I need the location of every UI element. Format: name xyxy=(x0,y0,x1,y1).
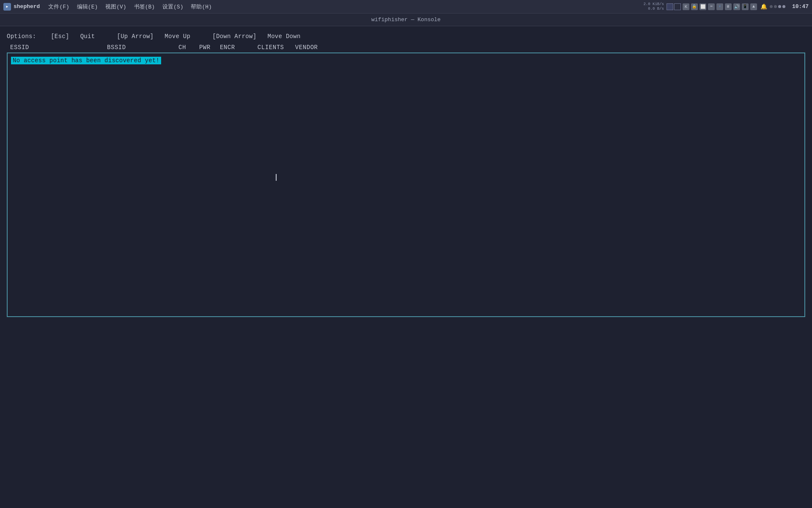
text-cursor-container xyxy=(275,174,277,181)
move-down-action: Move Down xyxy=(267,33,300,40)
window-title: wifiphisher — Konsole xyxy=(371,17,441,23)
col-essid: ESSID xyxy=(10,44,103,51)
expand-icon[interactable]: ▲ xyxy=(750,3,757,10)
col-ch: CH xyxy=(178,44,195,51)
clock: 10:47 xyxy=(792,3,809,10)
dot-3 xyxy=(778,5,781,8)
network-down: 0.0 B/s xyxy=(648,7,664,11)
terminal-panel[interactable]: No access point has been discovered yet! xyxy=(7,52,805,317)
bluetooth-icon[interactable]: ⚡ xyxy=(716,3,723,10)
app-name: shepherd xyxy=(14,3,40,10)
col-vendor: VENDOR xyxy=(295,44,337,51)
options-row: Options: [Esc] Quit [Up Arrow] Move Up [… xyxy=(7,30,805,42)
desktop-switcher[interactable] xyxy=(667,3,681,10)
up-arrow-key: [Up Arrow] xyxy=(117,33,154,40)
dot-1 xyxy=(770,5,773,8)
col-pwr: PWR xyxy=(199,44,216,51)
titlebar: wifiphisher — Konsole xyxy=(0,14,812,26)
bookmarks-menu[interactable]: 书签(B) xyxy=(131,2,158,11)
dot-4 xyxy=(782,5,785,8)
view-menu[interactable]: 视图(V) xyxy=(102,2,129,11)
menubar: shepherd 文件(F) 编辑(E) 视图(V) 书签(B) 设置(S) 帮… xyxy=(0,0,812,14)
device-icon[interactable]: 📱 xyxy=(742,3,749,10)
workspace-dots xyxy=(770,5,785,8)
volume-icon[interactable]: 🔊 xyxy=(733,3,740,10)
cursor xyxy=(276,174,277,181)
column-headers: ESSID BSSID CH PWR ENCR CLIENTS VENDOR xyxy=(7,42,805,52)
system-tray: 2.0 KiB/s 0.0 B/s K 🔒 ⬜ ⌨ ⚡ 🖥 🔊 📱 ▲ 🔔 xyxy=(643,2,809,11)
col-clients: CLIENTS xyxy=(258,44,291,51)
desktop-2-icon[interactable] xyxy=(674,3,681,10)
col-bssid: BSSID xyxy=(107,44,175,51)
options-label: Options: xyxy=(7,33,36,40)
col-encr: ENCR xyxy=(220,44,254,51)
kde-icon[interactable]: K xyxy=(683,3,689,10)
help-menu[interactable]: 帮助(H) xyxy=(187,2,215,11)
desktop-1-icon[interactable] xyxy=(667,3,673,10)
settings-menu[interactable]: 设置(S) xyxy=(159,2,187,11)
monitor-icon[interactable]: 🖥 xyxy=(725,3,732,10)
file-menu[interactable]: 文件(F) xyxy=(45,2,72,11)
terminal-wrapper: Options: [Esc] Quit [Up Arrow] Move Up [… xyxy=(0,26,812,317)
quit-action: Quit xyxy=(80,33,95,40)
no-ap-message: No access point has been discovered yet! xyxy=(11,57,161,64)
network-up: 2.0 KiB/s xyxy=(643,2,664,7)
move-up-action: Move Up xyxy=(165,33,190,40)
tray-network: 2.0 KiB/s 0.0 B/s xyxy=(643,2,664,11)
edit-menu[interactable]: 编辑(E) xyxy=(74,2,101,11)
keyboard-icon[interactable]: ⌨ xyxy=(708,3,715,10)
notification-bell[interactable]: 🔔 xyxy=(760,3,767,10)
menu-items-container: 文件(F) 编辑(E) 视图(V) 书签(B) 设置(S) 帮助(H) xyxy=(45,2,643,11)
lock-icon[interactable]: 🔒 xyxy=(691,3,698,10)
esc-key: [Esc] xyxy=(51,33,69,40)
dot-2 xyxy=(774,5,777,8)
display-icon[interactable]: ⬜ xyxy=(700,3,706,10)
desktop-area xyxy=(0,317,812,490)
down-arrow-key: [Down Arrow] xyxy=(212,33,256,40)
app-icon xyxy=(3,3,11,11)
tray-icons: K 🔒 ⬜ ⌨ ⚡ 🖥 🔊 📱 ▲ xyxy=(667,3,757,10)
